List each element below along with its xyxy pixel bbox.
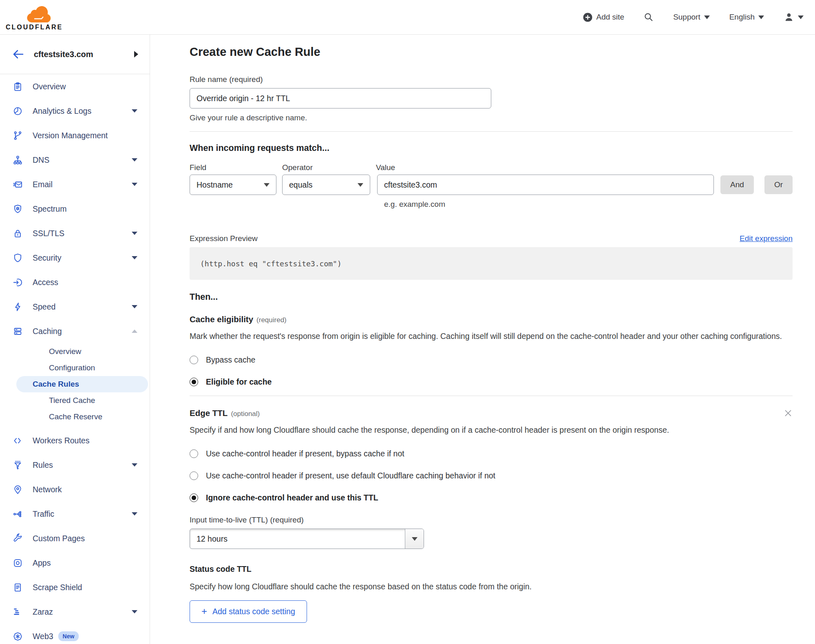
- sidebar-item-label: Scrape Shield: [33, 583, 137, 592]
- and-button[interactable]: And: [720, 175, 754, 194]
- sidebar-subitem-configuration[interactable]: Configuration: [16, 360, 148, 376]
- edge-ttl-options: Use cache-control header if present, byp…: [190, 449, 793, 502]
- sidebar-subitem-label: Configuration: [49, 363, 95, 372]
- field-select-value: Hostname: [197, 180, 233, 190]
- radio-use-cache-control-header-if-present-bypass-cache-if-not[interactable]: Use cache-control header if present, byp…: [190, 449, 793, 458]
- radio-ignore-cache-control-header-and-use-this-ttl[interactable]: Ignore cache-control header and use this…: [190, 493, 793, 502]
- web3-icon: [12, 631, 23, 642]
- overview-icon: [12, 81, 23, 92]
- sidebar-item-speed[interactable]: Speed: [0, 294, 150, 319]
- header-controls: Add site Support English: [583, 12, 804, 22]
- security-icon: [12, 252, 23, 263]
- traffic-icon: [12, 509, 23, 519]
- sidebar-item-version-management[interactable]: Version Management: [0, 123, 150, 148]
- sidebar-subitem-overview[interactable]: Overview: [16, 343, 148, 360]
- sidebar-item-label: Zaraz: [33, 607, 132, 617]
- sidebar-subitem-cache-rules[interactable]: Cache Rules: [16, 376, 148, 392]
- radio-selected: [190, 494, 198, 502]
- sidebar-item-label: Security: [33, 253, 132, 263]
- radio-unselected: [190, 449, 198, 458]
- support-menu[interactable]: Support: [673, 13, 710, 22]
- status-code-ttl-heading: Status code TTL: [190, 564, 793, 574]
- spectrum-icon: [12, 204, 23, 214]
- close-icon[interactable]: [784, 409, 793, 418]
- operator-select[interactable]: equals: [282, 175, 370, 195]
- sidebar-item-label: Traffic: [33, 509, 132, 519]
- then-heading: Then...: [190, 292, 793, 302]
- account-menu[interactable]: [784, 12, 804, 22]
- or-button[interactable]: Or: [764, 175, 793, 194]
- sidebar-item-custom-pages[interactable]: Custom Pages: [0, 526, 150, 551]
- sidebar-subitem-label: Cache Reserve: [49, 412, 102, 421]
- sidebar-subitem-tiered-cache[interactable]: Tiered Cache: [16, 392, 148, 409]
- add-status-code-button[interactable]: + Add status code setting: [190, 600, 307, 623]
- sidebar-item-rules[interactable]: Rules: [0, 453, 150, 477]
- sidebar-item-workers-routes[interactable]: Workers Routes: [0, 428, 150, 453]
- search-button[interactable]: [644, 12, 654, 22]
- sidebar-item-ssl-tls[interactable]: SSL/TLS: [0, 221, 150, 246]
- chevron-down-icon: [798, 15, 804, 19]
- sidebar-item-caching[interactable]: Caching: [0, 319, 150, 343]
- sidebar-item-scrape-shield[interactable]: Scrape Shield: [0, 575, 150, 600]
- apps-icon: [12, 558, 23, 568]
- sidebar-item-label: Network: [33, 485, 137, 494]
- sidebar-subitem-cache-reserve[interactable]: Cache Reserve: [16, 409, 148, 425]
- logo-wordmark: CLOUDFLARE: [6, 24, 63, 31]
- field-label: Field: [190, 163, 282, 172]
- sidebar-item-label: DNS: [33, 155, 132, 165]
- sidebar-item-label: Email: [33, 180, 132, 189]
- edit-expression-link[interactable]: Edit expression: [740, 234, 793, 243]
- ttl-select-value: 12 hours: [190, 529, 405, 549]
- add-site-button[interactable]: Add site: [583, 13, 624, 22]
- radio-unselected: [190, 471, 198, 480]
- expression-code: (http.host eq "cftestsite3.com"): [200, 259, 342, 268]
- operator-select-value: equals: [289, 180, 312, 190]
- rule-name-input[interactable]: [190, 88, 491, 108]
- sidebar-item-label: Workers Routes: [33, 436, 137, 445]
- radio-unselected: [190, 356, 198, 364]
- value-label: Value: [376, 163, 395, 172]
- value-input[interactable]: [377, 175, 714, 195]
- sidebar-item-overview[interactable]: Overview: [0, 74, 150, 99]
- sidebar-item-email[interactable]: Email: [0, 172, 150, 197]
- sidebar-item-security[interactable]: Security: [0, 246, 150, 270]
- sidebar-item-web3[interactable]: Web3New: [0, 624, 150, 644]
- sidebar-item-apps[interactable]: Apps: [0, 551, 150, 575]
- select-caret-button[interactable]: [405, 529, 424, 549]
- sidebar-item-label: Access: [33, 278, 137, 287]
- sidebar-subitem-label: Overview: [49, 347, 81, 356]
- sidebar-item-zaraz[interactable]: Zaraz: [0, 600, 150, 624]
- radio-selected: [190, 378, 198, 386]
- radio-use-cache-control-header-if-present-use-default-cloudflare-caching-behavior-if-not[interactable]: Use cache-control header if present, use…: [190, 471, 793, 480]
- site-name[interactable]: cftestsite3.com: [34, 50, 134, 59]
- ttl-input-label: Input time-to-live (TTL) (required): [190, 516, 793, 524]
- optional-tag: (optional): [231, 410, 260, 418]
- ttl-select[interactable]: 12 hours: [190, 529, 424, 549]
- sidebar-item-label: Analytics & Logs: [33, 106, 132, 116]
- radio-label: Ignore cache-control header and use this…: [206, 493, 378, 502]
- chevron-down-icon: [132, 183, 137, 186]
- cloudflare-logo[interactable]: CLOUDFLARE: [6, 4, 63, 31]
- sidebar-item-traffic[interactable]: Traffic: [0, 502, 150, 526]
- radio-bypass-cache[interactable]: Bypass cache: [190, 355, 793, 365]
- field-select[interactable]: Hostname: [190, 175, 276, 195]
- language-menu[interactable]: English: [729, 13, 764, 22]
- sidebar-item-dns[interactable]: DNS: [0, 148, 150, 172]
- new-badge: New: [58, 631, 79, 641]
- sidebar-item-network[interactable]: Network: [0, 477, 150, 502]
- analytics-icon: [12, 106, 23, 116]
- chevron-down-icon: [132, 232, 137, 235]
- access-icon: [12, 277, 23, 288]
- rule-name-help: Give your rule a descriptive name.: [190, 113, 793, 122]
- chevron-right-icon[interactable]: [134, 51, 138, 58]
- caching-icon: [12, 326, 23, 336]
- sidebar-item-analytics-logs[interactable]: Analytics & Logs: [0, 99, 150, 123]
- main-content: Create new Cache Rule Rule name (require…: [150, 35, 815, 644]
- sidebar-item-access[interactable]: Access: [0, 270, 150, 294]
- edge-ttl-description: Specify if and how long Cloudflare shoul…: [190, 424, 691, 436]
- sidebar-item-label: SSL/TLS: [33, 229, 132, 238]
- sidebar-item-label: Spectrum: [33, 204, 137, 214]
- sidebar-item-spectrum[interactable]: Spectrum: [0, 197, 150, 221]
- radio-eligible-for-cache[interactable]: Eligible for cache: [190, 377, 793, 387]
- back-arrow-icon[interactable]: [12, 49, 24, 59]
